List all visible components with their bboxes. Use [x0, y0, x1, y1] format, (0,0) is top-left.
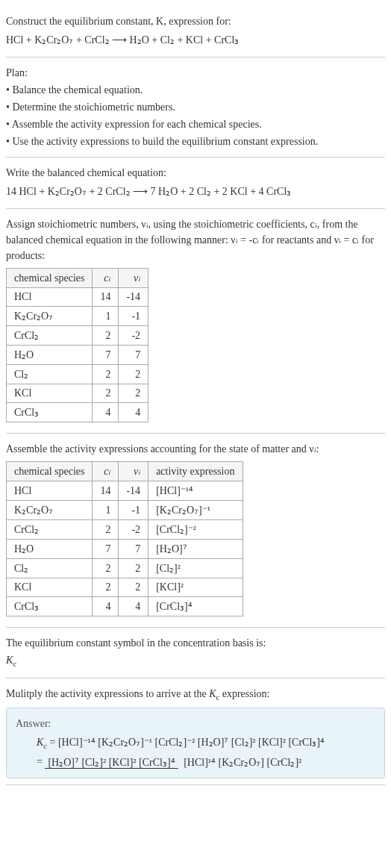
table-row: H₂O77[H₂O]⁷ — [7, 540, 243, 559]
cell-ci: 14 — [93, 481, 119, 501]
cell-vi: 2 — [119, 578, 148, 597]
activity-table: chemical species cᵢ νᵢ activity expressi… — [6, 461, 243, 616]
table-row: K₂Cr₂O₇1-1 — [7, 307, 148, 326]
cell-activity: [HCl]⁻¹⁴ — [148, 481, 243, 501]
equals-sign: = — [37, 756, 43, 767]
col-species: chemical species — [7, 462, 93, 481]
multiply-section: Mulitply the activity expressions to arr… — [6, 678, 385, 785]
cell-ci: 4 — [93, 597, 119, 616]
cell-species: CrCl₃ — [7, 403, 93, 422]
table-row: H₂O77 — [7, 346, 148, 365]
answer-label: Answer: — [16, 716, 375, 731]
cell-species: K₂Cr₂O₇ — [7, 501, 93, 520]
stoich-section: Assign stoichiometric numbers, νᵢ, using… — [6, 209, 385, 434]
intro-line: Construct the equilibrium constant, K, e… — [6, 13, 385, 29]
cell-ci: 7 — [93, 540, 119, 559]
fraction: [H₂O]⁷ [Cl₂]² [KCl]² [CrCl₃]⁴ [HCl]¹⁴ [K… — [45, 755, 304, 770]
table-row: KCl22 — [7, 384, 148, 403]
fraction-numerator: [H₂O]⁷ [Cl₂]² [KCl]² [CrCl₃]⁴ — [45, 757, 178, 769]
table-row: HCl14-14 — [7, 288, 148, 307]
cell-ci: 14 — [93, 288, 119, 307]
answer-line1: Kc = K_c = [HCl]⁻¹⁴ [K₂Cr₂O₇]⁻¹ [CrCl₂]⁻… — [37, 734, 375, 752]
table-row: Cl₂22[Cl₂]² — [7, 559, 243, 578]
activity-section: Assemble the activity expressions accoun… — [6, 434, 385, 628]
cell-activity: [K₂Cr₂O₇]⁻¹ — [148, 501, 243, 520]
cell-vi: -1 — [119, 501, 148, 520]
cell-vi: 4 — [119, 403, 148, 422]
cell-species: HCl — [7, 481, 93, 501]
col-vi: νᵢ — [119, 462, 148, 481]
table-row: CrCl₂2-2 — [7, 326, 148, 346]
cell-species: HCl — [7, 288, 93, 307]
stoich-table: chemical species cᵢ νᵢ HCl14-14 K₂Cr₂O₇1… — [6, 268, 148, 422]
table-header-row: chemical species cᵢ νᵢ activity expressi… — [7, 462, 243, 481]
cell-species: CrCl₂ — [7, 326, 93, 346]
cell-species: CrCl₂ — [7, 520, 93, 540]
symbol-section: The equilibrium constant symbol in the c… — [6, 628, 385, 678]
cell-ci: 1 — [93, 501, 119, 520]
cell-activity: [KCl]² — [148, 578, 243, 597]
cell-species: H₂O — [7, 540, 93, 559]
cell-vi: 2 — [119, 384, 148, 403]
cell-vi: 2 — [119, 365, 148, 384]
plan-item: • Use the activity expressions to build … — [6, 134, 385, 149]
plan-item: • Assemble the activity expression for e… — [6, 116, 385, 132]
cell-vi: 4 — [119, 597, 148, 616]
cell-ci: 2 — [93, 326, 119, 346]
plan-header: Plan: — [6, 65, 385, 81]
stoich-header: Assign stoichiometric numbers, νᵢ, using… — [6, 216, 385, 263]
cell-vi: 7 — [119, 346, 148, 365]
cell-species: KCl — [7, 384, 93, 403]
table-row: CrCl₃44[CrCl₃]⁴ — [7, 597, 243, 616]
cell-activity: [Cl₂]² — [148, 559, 243, 578]
plan-item: • Balance the chemical equation. — [6, 82, 385, 98]
cell-vi: 2 — [119, 559, 148, 578]
cell-ci: 2 — [93, 578, 119, 597]
col-species: chemical species — [7, 269, 93, 288]
table-row: Cl₂22 — [7, 365, 148, 384]
cell-ci: 2 — [93, 559, 119, 578]
cell-vi: -1 — [119, 307, 148, 326]
col-activity: activity expression — [148, 462, 243, 481]
cell-ci: 7 — [93, 346, 119, 365]
cell-species: CrCl₃ — [7, 597, 93, 616]
cell-species: Cl₂ — [7, 365, 93, 384]
intro-equation: HCl + K₂Cr₂O₇ + CrCl₂ ⟶ H₂O + Cl₂ + KCl … — [6, 32, 385, 48]
balanced-section: Write the balanced chemical equation: 14… — [6, 157, 385, 209]
plan-item: • Determine the stoichiometric numbers. — [6, 99, 385, 115]
cell-species: KCl — [7, 578, 93, 597]
symbol-value: Kc — [6, 652, 385, 670]
cell-ci: 1 — [93, 307, 119, 326]
balanced-header: Write the balanced chemical equation: — [6, 165, 385, 181]
answer-fraction: = [H₂O]⁷ [Cl₂]² [KCl]² [CrCl₃]⁴ [HCl]¹⁴ … — [37, 754, 375, 770]
cell-activity: [H₂O]⁷ — [148, 540, 243, 559]
table-row: CrCl₂2-2[CrCl₂]⁻² — [7, 520, 243, 540]
cell-species: K₂Cr₂O₇ — [7, 307, 93, 326]
col-ci: cᵢ — [93, 462, 119, 481]
table-header-row: chemical species cᵢ νᵢ — [7, 269, 148, 288]
fraction-denominator: [HCl]¹⁴ [K₂Cr₂O₇] [CrCl₂]² — [181, 757, 304, 768]
cell-species: Cl₂ — [7, 559, 93, 578]
cell-ci: 2 — [93, 365, 119, 384]
col-ci: cᵢ — [93, 269, 119, 288]
cell-activity: [CrCl₂]⁻² — [148, 520, 243, 540]
multiply-line: Mulitply the activity expressions to arr… — [6, 686, 385, 704]
symbol-line: The equilibrium constant symbol in the c… — [6, 635, 385, 651]
cell-vi: 7 — [119, 540, 148, 559]
table-row: HCl14-14[HCl]⁻¹⁴ — [7, 481, 243, 501]
cell-ci: 2 — [93, 384, 119, 403]
cell-vi: -14 — [119, 481, 148, 501]
cell-vi: -2 — [119, 520, 148, 540]
cell-vi: -2 — [119, 326, 148, 346]
table-row: K₂Cr₂O₇1-1[K₂Cr₂O₇]⁻¹ — [7, 501, 243, 520]
plan-section: Plan: • Balance the chemical equation. •… — [6, 57, 385, 157]
cell-ci: 4 — [93, 403, 119, 422]
cell-ci: 2 — [93, 520, 119, 540]
intro-text: Construct the equilibrium constant, K, e… — [6, 16, 231, 27]
table-row: CrCl₃44 — [7, 403, 148, 422]
cell-species: H₂O — [7, 346, 93, 365]
activity-header: Assemble the activity expressions accoun… — [6, 441, 385, 457]
table-row: KCl22[KCl]² — [7, 578, 243, 597]
col-vi: νᵢ — [119, 269, 148, 288]
answer-box: Answer: Kc = K_c = [HCl]⁻¹⁴ [K₂Cr₂O₇]⁻¹ … — [6, 708, 385, 778]
